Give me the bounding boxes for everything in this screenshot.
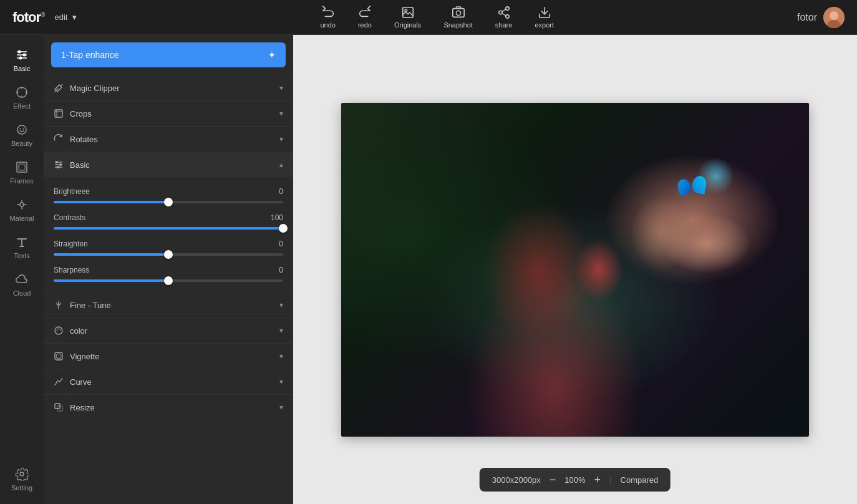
fine-tune-section[interactable]: Fine - Tune ▾: [44, 292, 293, 317]
edit-button[interactable]: edit ▾: [54, 12, 77, 22]
toolbar-export[interactable]: export: [535, 6, 554, 29]
export-icon: [538, 6, 551, 19]
bottom-status-bar: 3000x2000px − 100% + | Compared: [480, 468, 671, 492]
redo-label: redo: [358, 21, 372, 29]
sidebar-item-material[interactable]: Material: [3, 192, 41, 227]
sidebar-item-effect[interactable]: Effect: [3, 80, 41, 115]
sidebar-material-label: Material: [9, 215, 34, 222]
enhance-button[interactable]: 1-Tap enhance ✦: [51, 42, 286, 67]
share-icon: [497, 6, 511, 19]
toolbar-snapshot[interactable]: Snapshot: [443, 6, 472, 29]
resize-section[interactable]: Resize ▾: [44, 394, 293, 420]
sidebar-item-cloud[interactable]: Cloud: [3, 267, 41, 302]
chevron-right-icon: ▾: [279, 84, 283, 92]
brightness-fill: [54, 201, 168, 203]
vignette-section[interactable]: Vignette ▾: [44, 343, 293, 369]
svg-point-32: [56, 161, 58, 163]
sharpness-value: 0: [279, 266, 283, 274]
straighten-label: Straighten: [54, 240, 88, 248]
sharpness-thumb[interactable]: [164, 276, 173, 285]
magic-clipper-left: Magic Clipper: [54, 83, 119, 93]
sidebar-basic-label: Basic: [14, 65, 31, 72]
top-bar-left: fotor® edit ▾: [12, 9, 77, 26]
straighten-slider-row: Straighten 0: [54, 240, 283, 256]
setting-icon: [14, 467, 29, 482]
sidebar-item-basic[interactable]: Basic: [3, 42, 41, 77]
straighten-label-row: Straighten 0: [54, 240, 283, 248]
svg-rect-24: [19, 164, 25, 170]
compared-button[interactable]: Compared: [621, 475, 659, 485]
crops-left: Crops: [54, 109, 92, 119]
basic-section-header[interactable]: Basic ▴: [44, 152, 293, 177]
vignette-left: Vignette: [54, 351, 99, 361]
chevron-right-icon: ▾: [279, 109, 283, 118]
chevron-down-icon: ▾: [72, 12, 77, 22]
zoom-level: 100%: [564, 475, 585, 485]
magic-clipper-section[interactable]: Magic Clipper ▾: [44, 75, 293, 100]
fine-tune-left: Fine - Tune: [54, 300, 111, 310]
brightness-thumb[interactable]: [164, 198, 173, 206]
avatar-image: [823, 7, 845, 28]
toolbar: undo redo Originals Snapshot: [320, 6, 554, 29]
rotates-label: Rotates: [70, 135, 98, 144]
svg-point-36: [57, 166, 59, 168]
toolbar-undo[interactable]: undo: [320, 6, 335, 29]
straighten-thumb[interactable]: [164, 250, 173, 259]
beauty-icon: [14, 122, 29, 137]
user-avatar[interactable]: [823, 7, 845, 28]
canvas-area: 3000x2000px − 100% + | Compared: [293, 35, 857, 504]
chevron-right-icon: ▾: [279, 403, 283, 412]
sharpness-track[interactable]: [54, 279, 283, 282]
svg-point-37: [55, 327, 62, 334]
toolbar-share[interactable]: share: [495, 6, 513, 29]
straighten-value: 0: [279, 240, 283, 248]
butterfly: [678, 176, 706, 198]
sidebar-item-texts[interactable]: Texts: [3, 230, 41, 264]
chevron-up-icon: ▴: [279, 160, 283, 169]
redo-icon: [358, 6, 372, 19]
svg-point-15: [18, 51, 21, 54]
zoom-out-button[interactable]: −: [550, 474, 556, 485]
curve-section[interactable]: Curve ▾: [44, 369, 293, 394]
zoom-in-button[interactable]: +: [594, 474, 601, 485]
color-label: color: [70, 326, 87, 336]
magic-wand-icon: ✦: [268, 50, 276, 60]
image-container: [341, 103, 809, 437]
color-section[interactable]: color ▾: [44, 317, 293, 343]
resize-label: Resize: [70, 403, 95, 412]
chevron-right-icon: ▾: [279, 352, 283, 361]
sidebar-item-beauty[interactable]: Beauty: [3, 117, 41, 152]
contrasts-thumb[interactable]: [279, 224, 288, 233]
brightness-track[interactable]: [54, 201, 283, 203]
undo-label: undo: [320, 21, 335, 29]
main-content: Basic Effect Beauty: [0, 35, 857, 504]
sidebar-item-frames[interactable]: Frames: [3, 155, 41, 190]
basic-sliders: Brightneee 0 Contrasts 100: [44, 187, 293, 292]
crops-section[interactable]: Crops ▾: [44, 100, 293, 126]
toolbar-originals[interactable]: Originals: [394, 6, 421, 29]
originals-icon: [401, 6, 415, 19]
straighten-track[interactable]: [54, 253, 283, 256]
material-icon: [14, 197, 29, 212]
svg-rect-3: [456, 7, 460, 9]
sharpness-slider-row: Sharpness 0: [54, 266, 283, 282]
edit-label: edit: [54, 12, 67, 22]
rotates-section[interactable]: Rotates ▾: [44, 126, 293, 152]
sidebar-effect-label: Effect: [13, 102, 31, 110]
svg-point-22: [23, 128, 24, 130]
toolbar-redo[interactable]: redo: [358, 6, 372, 29]
effect-icon: [14, 85, 29, 100]
svg-rect-28: [55, 110, 62, 117]
contrasts-track[interactable]: [54, 227, 283, 230]
logo: fotor®: [12, 9, 44, 26]
frames-icon: [14, 160, 29, 175]
svg-line-8: [501, 13, 505, 16]
sidebar-item-setting[interactable]: Setting: [3, 462, 41, 497]
svg-point-39: [56, 354, 61, 359]
svg-point-25: [20, 203, 24, 206]
crops-icon: [54, 109, 64, 119]
magic-clipper-icon: [54, 83, 64, 93]
sidebar-frames-label: Frames: [10, 177, 33, 185]
curve-icon: [54, 377, 64, 387]
basic-section-label: Basic: [70, 160, 90, 170]
